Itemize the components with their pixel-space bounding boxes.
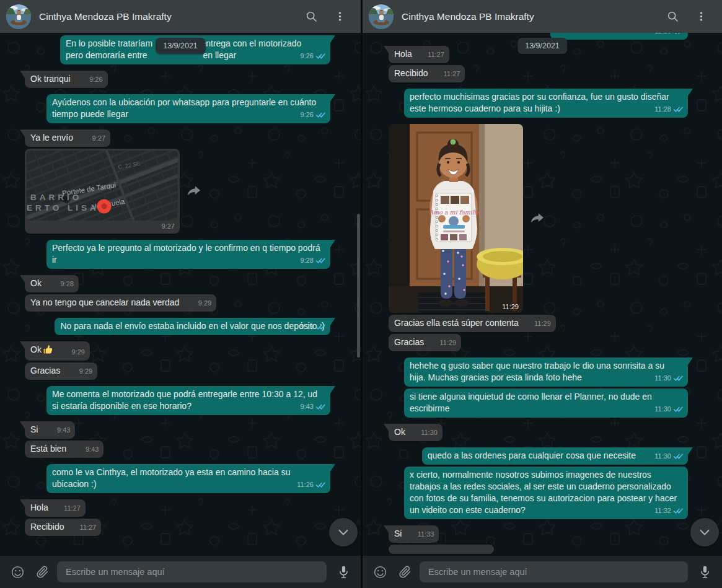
message-row: Gracias11:29 xyxy=(389,334,688,351)
double-check-icon xyxy=(315,257,325,264)
message-time: 11:30 xyxy=(654,450,671,462)
message-bubble-incoming[interactable]: Si11:33 xyxy=(389,525,439,543)
avatar[interactable] xyxy=(369,4,394,29)
message-bubble-outgoing[interactable]: Perfecto ya le pregunto al motorizado y … xyxy=(46,240,330,269)
message-text: No para nada el envío estaba incluido en… xyxy=(60,321,325,331)
message-bubble-outgoing[interactable]: si tiene alguna inquietud de como llenar… xyxy=(404,388,688,418)
emoji-icon[interactable] xyxy=(372,564,388,580)
double-check-icon xyxy=(673,453,683,460)
message-text: x cierto, normalmente nosotros subimos i… xyxy=(410,470,677,515)
contact-name[interactable]: Cinthya Mendoza PB Imakrafty xyxy=(39,11,304,22)
message-row: Ok9:28 xyxy=(25,275,330,292)
message-row: quedo a las ordenes para cualquier cosa … xyxy=(389,447,688,465)
search-icon[interactable] xyxy=(665,9,680,24)
message-bubble-incoming[interactable]: Gracias ella está súper contenta11:29 xyxy=(389,315,556,332)
emoji-icon[interactable] xyxy=(10,564,25,580)
message-row: C. 22 SEPortete de TarquiVenezuelaBARRIO… xyxy=(25,149,330,234)
message-row: Si9:43 xyxy=(25,421,330,439)
message-time: 11:27 xyxy=(428,49,444,61)
message-row: Gracias9:29 xyxy=(25,362,330,380)
message-bubble-incoming[interactable]: Hola11:27 xyxy=(25,499,86,517)
message-bubble-incoming[interactable]: Gracias11:29 xyxy=(389,334,461,351)
kebab-menu-icon[interactable] xyxy=(693,9,708,24)
forward-icon[interactable] xyxy=(530,213,544,225)
avatar[interactable] xyxy=(6,4,31,29)
message-meta: 11:30 xyxy=(654,372,683,384)
message-bubble-outgoing[interactable]: quedo a las ordenes para cualquier cosa … xyxy=(422,447,688,465)
message-text: Hola xyxy=(30,502,48,512)
scroll-to-bottom-button[interactable] xyxy=(329,518,358,546)
double-check-icon xyxy=(673,375,683,382)
message-input[interactable] xyxy=(420,567,688,577)
chat-window-right: Cinthya Mendoza PB Imakrafty 11:26Hola11… xyxy=(363,0,722,588)
message-bubble-incoming[interactable]: Ok11:30 xyxy=(389,424,442,441)
message-meta: 11:28 xyxy=(654,103,683,115)
message-bubble-incoming[interactable]: Recibido11:27 xyxy=(389,65,465,82)
message-bubble-incoming[interactable]: Hola11:27 xyxy=(389,46,449,63)
message-meta: 11:32 xyxy=(654,505,683,517)
kebab-menu-icon[interactable] xyxy=(332,9,347,24)
contact-name[interactable]: Cinthya Mendoza PB Imakrafty xyxy=(402,11,665,22)
message-text: Hola xyxy=(394,49,412,59)
message-meta: 11:27 xyxy=(64,502,81,514)
message-bubble-incoming[interactable]: Recibido11:27 xyxy=(25,519,101,536)
forward-icon[interactable] xyxy=(187,185,201,198)
message-input[interactable] xyxy=(57,567,327,577)
scrollbar-thumb[interactable] xyxy=(357,214,360,358)
photo-message[interactable]: Amo a mi familia11:29 xyxy=(389,124,523,313)
message-bubble-incoming[interactable]: Si9:43 xyxy=(25,421,75,439)
message-time: 11:27 xyxy=(444,68,460,80)
paperclip-icon[interactable] xyxy=(398,565,412,579)
message-row: Gracias ella está súper contenta11:29 xyxy=(389,315,688,332)
message-meta: 11:30 xyxy=(654,450,683,462)
location-message[interactable]: C. 22 SEPortete de TarquiVenezuelaBARRIO… xyxy=(25,149,180,234)
message-time: 11:30 xyxy=(421,427,438,439)
message-text: Ok xyxy=(30,278,42,288)
double-check-icon xyxy=(315,112,325,118)
message-time: 9:27 xyxy=(92,133,105,144)
message-bubble-outgoing-clipped[interactable]: 11:26 xyxy=(550,33,688,40)
message-bubble-incoming-clipped[interactable] xyxy=(389,545,494,554)
message-time: 11:26 xyxy=(297,479,314,491)
message-bubble-outgoing[interactable]: perfecto muchisimas gracias por su confi… xyxy=(404,89,688,118)
message-bubble-incoming[interactable]: Está bien9:43 xyxy=(25,441,103,458)
message-text: Ok tranqui xyxy=(30,74,71,84)
message-meta: 9:26 xyxy=(301,50,325,62)
message-text: Ok xyxy=(30,344,42,354)
message-text: quedo a las ordenes para cualquier cosa … xyxy=(428,450,636,460)
search-icon[interactable] xyxy=(304,9,319,24)
message-bubble-incoming[interactable]: Ya le envío9:27 xyxy=(25,129,110,147)
mic-icon[interactable] xyxy=(337,564,350,579)
message-bubble-outgoing[interactable]: Ayúdenos con la ubicación por whatsapp p… xyxy=(46,94,330,123)
map-image[interactable]: C. 22 SEPortete de TarquiVenezuelaBARRIO… xyxy=(27,151,178,221)
message-text: Si xyxy=(394,529,402,538)
message-text: Ya no tengo que cancelar nada verdad xyxy=(30,297,179,307)
message-bubble-incoming[interactable]: Ok tranqui9:26 xyxy=(25,71,108,88)
message-time: 9:26 xyxy=(301,50,314,62)
scroll-to-bottom-button[interactable] xyxy=(690,518,719,546)
message-row: Me comenta el motorizado que podrá entre… xyxy=(25,386,330,415)
message-time: 9:43 xyxy=(57,424,70,436)
message-time: 9:28 xyxy=(60,278,73,290)
message-bubble-incoming[interactable]: Ya no tengo que cancelar nada verdad9:29 xyxy=(25,294,216,312)
message-text: Perfecto ya le pregunto al motorizado y … xyxy=(52,243,320,265)
svg-text:BARRIO: BARRIO xyxy=(30,193,82,202)
chat-area: En lo posible trataríamr la entrega con … xyxy=(0,33,361,556)
message-row: Ok9:29 xyxy=(25,341,330,361)
message-bubble-outgoing[interactable]: hehehe q gusto saber que nuestro trabajo… xyxy=(404,358,688,387)
message-row: Ya no tengo que cancelar nada verdad9:29 xyxy=(25,294,330,312)
message-row: Ok tranqui9:26 xyxy=(25,71,330,88)
message-text-fragment: en llegar xyxy=(203,50,237,60)
message-bubble-outgoing[interactable]: x cierto, normalmente nosotros subimos i… xyxy=(404,467,688,519)
message-bubble-outgoing[interactable]: No para nada el envío estaba incluido en… xyxy=(55,318,330,335)
paperclip-icon[interactable] xyxy=(35,565,50,579)
message-bubble-outgoing[interactable]: Me comenta el motorizado que podrá entre… xyxy=(46,386,330,415)
message-row: Recibido11:27 xyxy=(25,519,330,536)
message-bubble-incoming[interactable]: Gracias9:29 xyxy=(25,362,97,380)
mic-icon[interactable] xyxy=(698,564,711,579)
message-bubble-outgoing[interactable]: como le va Cinthya, el motorizado ya est… xyxy=(46,464,330,493)
message-bubble-incoming[interactable]: Ok9:29 xyxy=(25,341,90,361)
message-row: perfecto muchisimas gracias por su confi… xyxy=(389,89,688,118)
message-bubble-incoming[interactable]: Ok9:28 xyxy=(25,275,79,292)
chat-header: Cinthya Mendoza PB Imakrafty xyxy=(0,0,361,33)
